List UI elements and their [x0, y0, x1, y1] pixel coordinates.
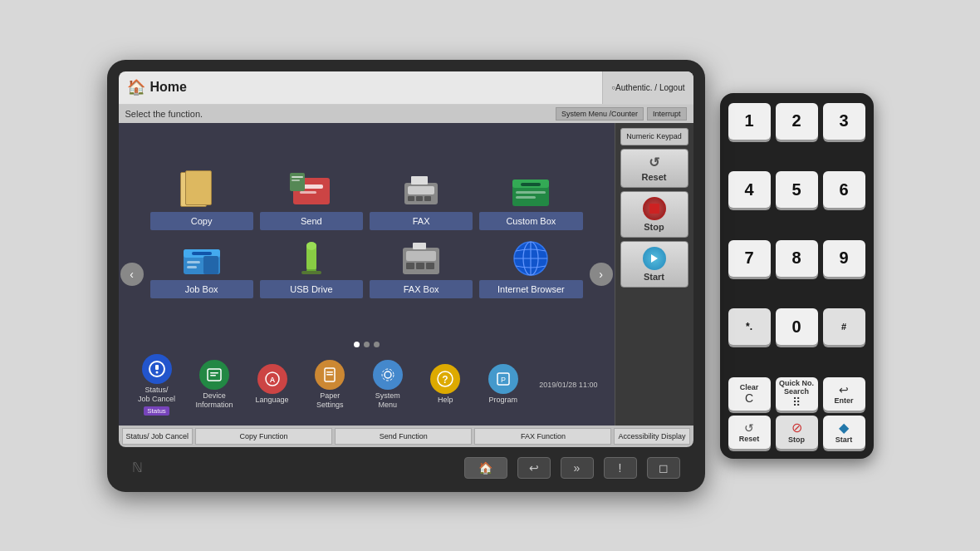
- quick-no-label: Quick No.: [779, 379, 814, 387]
- svg-rect-9: [416, 196, 423, 201]
- copy-icon-cell[interactable]: Copy: [150, 169, 253, 230]
- reset-button[interactable]: ↺ Reset: [620, 149, 688, 188]
- key-0[interactable]: 0: [776, 308, 818, 345]
- copy-function-button[interactable]: Copy Function: [195, 428, 332, 445]
- nav-next-button[interactable]: ›: [590, 263, 613, 286]
- send-function-button[interactable]: Send Function: [335, 428, 472, 445]
- help-label: Help: [438, 396, 453, 405]
- power-bezel-button[interactable]: ◻: [647, 457, 680, 479]
- internet-browser-label: Internet Browser: [479, 280, 582, 298]
- sub-bar: Select the function. System Menu /Counte…: [119, 105, 693, 123]
- svg-rect-28: [406, 251, 436, 261]
- language-label: Language: [256, 396, 289, 405]
- svg-rect-3: [290, 173, 305, 191]
- svg-rect-11: [411, 176, 428, 184]
- status-job-cancel-icon[interactable]: Status/Job Cancel Status: [132, 354, 182, 416]
- send-icon-cell[interactable]: Send: [260, 169, 363, 230]
- key-hash[interactable]: #: [823, 308, 865, 345]
- fax-function-button[interactable]: FAX Function: [474, 428, 611, 445]
- keypad-bottom-row: ↺ Reset ⊘ Stop ◆ Start: [728, 416, 865, 449]
- key-2[interactable]: 2: [776, 103, 818, 140]
- auth-logout-button[interactable]: Authentic. / Logout: [602, 71, 693, 104]
- grid-area: ‹ › Copy: [119, 123, 615, 426]
- svg-rect-10: [424, 196, 431, 201]
- screen: 🏠 Home Authentic. / Logout Select the fu…: [119, 71, 693, 447]
- svg-rect-19: [192, 252, 212, 255]
- fax-box-icon-cell[interactable]: FAX Box: [370, 237, 473, 298]
- interrupt-button[interactable]: Interrupt: [647, 107, 687, 121]
- custom-box-icon-cell[interactable]: Custom Box: [479, 169, 582, 230]
- key-7[interactable]: 7: [728, 240, 771, 277]
- help-icon-circle: ?: [430, 364, 460, 394]
- send-graphic: [290, 171, 333, 209]
- svg-text:P: P: [501, 376, 506, 384]
- paper-settings-icon-circle: [315, 360, 345, 390]
- svg-rect-38: [155, 365, 159, 370]
- bottom-bezel: ℕ 🏠 ↩ » ! ◻: [119, 452, 693, 484]
- usb-drive-icon-cell[interactable]: USB Drive: [260, 237, 363, 298]
- paper-settings-icon[interactable]: PaperSettings: [305, 360, 355, 410]
- enter-icon: ↩: [839, 383, 849, 396]
- enter-button[interactable]: ↩ Enter: [823, 377, 865, 411]
- clear-top-label: Clear: [740, 383, 759, 391]
- language-icon-circle: A: [257, 364, 287, 394]
- forward-bezel-button[interactable]: »: [561, 457, 594, 479]
- fax-icon-cell[interactable]: FAX: [370, 169, 473, 230]
- key-5[interactable]: 5: [776, 171, 818, 208]
- key-4[interactable]: 4: [728, 171, 771, 208]
- clear-button[interactable]: Clear C: [728, 377, 771, 411]
- sub-bar-right: System Menu /Counter Interrupt: [556, 107, 687, 121]
- program-icon[interactable]: P Program: [478, 364, 528, 405]
- svg-rect-32: [413, 243, 426, 249]
- language-icon[interactable]: A Language: [247, 364, 297, 405]
- svg-point-49: [382, 369, 394, 381]
- key-1[interactable]: 1: [728, 103, 771, 140]
- accessibility-display-button[interactable]: Accessibility Display: [614, 428, 689, 445]
- stop-button[interactable]: Stop: [620, 191, 688, 238]
- copy-label: Copy: [150, 212, 253, 230]
- usb-drive-label: USB Drive: [260, 280, 363, 298]
- stop-icon-circle: [643, 197, 666, 220]
- usb-drive-icon: [285, 237, 338, 280]
- keypad-reset-button[interactable]: ↺ Reset: [728, 416, 771, 449]
- key-star-dot[interactable]: *.: [728, 308, 771, 345]
- nfc-icon: ℕ: [132, 460, 143, 475]
- send-label: Send: [260, 212, 363, 230]
- svg-rect-22: [203, 256, 218, 274]
- keypad-reset-label: Reset: [739, 435, 760, 443]
- device-information-icon[interactable]: DeviceInformation: [189, 360, 239, 410]
- key-3[interactable]: 3: [823, 103, 865, 140]
- keypad-start-button[interactable]: ◆ Start: [823, 416, 865, 449]
- function-grid: Copy: [125, 130, 608, 338]
- start-button[interactable]: Start: [620, 241, 688, 288]
- job-box-icon-cell[interactable]: Job Box: [150, 237, 253, 298]
- help-icon[interactable]: ? Help: [420, 364, 470, 405]
- status-icon-circle: [142, 354, 172, 384]
- system-menu-icon[interactable]: SystemMenu: [363, 360, 413, 410]
- back-bezel-button[interactable]: ↩: [517, 457, 551, 479]
- home-bezel-button[interactable]: 🏠: [464, 457, 507, 479]
- key-6[interactable]: 6: [823, 171, 865, 208]
- alert-bezel-button[interactable]: !: [604, 457, 637, 479]
- key-9[interactable]: 9: [823, 240, 865, 277]
- globe-graphic: [509, 239, 552, 278]
- quick-no-search-button[interactable]: Quick No. Search ⠿: [776, 377, 818, 411]
- custom-box-graphic: [509, 171, 552, 209]
- job-box-graphic: [180, 239, 223, 278]
- system-menu-counter-button[interactable]: System Menu /Counter: [556, 107, 644, 121]
- fax-box-label: FAX Box: [370, 280, 473, 298]
- svg-rect-47: [326, 374, 333, 376]
- bezel-buttons: 🏠 ↩ » ! ◻: [464, 457, 680, 479]
- svg-text:A: A: [269, 376, 275, 384]
- keypad-stop-icon: ⊘: [791, 420, 802, 435]
- main-device: 🏠 Home Authentic. / Logout Select the fu…: [107, 60, 705, 492]
- internet-browser-icon-cell[interactable]: Internet Browser: [479, 237, 582, 298]
- clear-icon: C: [745, 391, 753, 405]
- status-job-cancel-bar-button[interactable]: Status/ Job Cancel: [122, 428, 194, 445]
- system-menu-label: SystemMenu: [375, 391, 400, 410]
- nav-prev-button[interactable]: ‹: [120, 263, 144, 286]
- numeric-keypad-button[interactable]: Numeric Keypad: [620, 128, 688, 146]
- keypad-stop-button[interactable]: ⊘ Stop: [776, 416, 818, 449]
- paper-settings-label: PaperSettings: [316, 391, 344, 410]
- key-8[interactable]: 8: [776, 240, 818, 277]
